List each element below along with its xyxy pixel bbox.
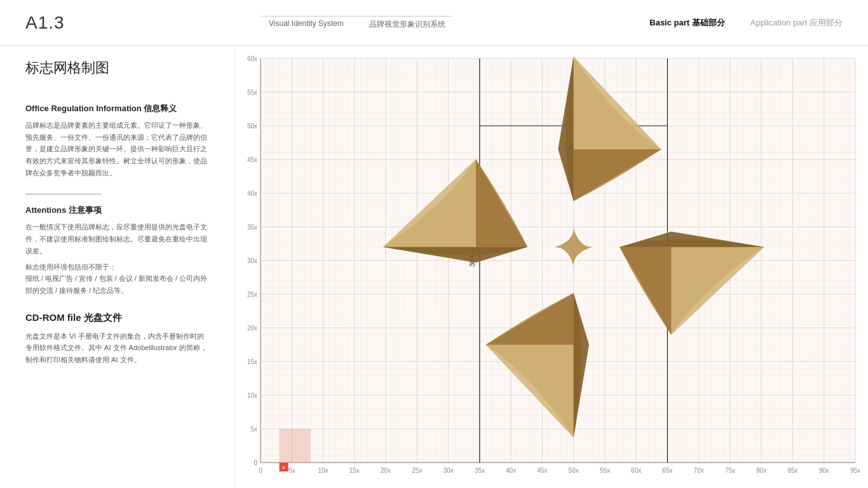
tab-application[interactable]: Application part 应用部分 (750, 17, 843, 29)
tab-basic[interactable]: Basic part 基础部分 (649, 17, 724, 29)
cdrom-body: 光盘文件是本 VI 手册电子文件的集合，内含手册制作时的专用软件格式文件。其中 … (25, 330, 209, 366)
center-labels: Visual Identity System 品牌视觉形象识别系统 (269, 19, 445, 30)
vi-label-en: Visual Identity System (269, 19, 344, 30)
nav-tabs: Basic part 基础部分 Application part 应用部分 (649, 17, 843, 29)
cdrom-heading: CD-ROM file 光盘文件 (25, 312, 209, 324)
right-panel (235, 46, 868, 488)
center-branding: Visual Identity System 品牌视觉形象识别系统 (262, 16, 452, 30)
attentions-body1: 在一般情况下使用品牌标志，应尽量使用提供的光盘电子文件，不建议使用标准制图绘制标… (25, 221, 209, 257)
attentions-body3: 报纸 / 电视广告 / 宣传 / 包装 / 会议 / 新闻发布会 / 公司内外部… (25, 273, 209, 296)
attentions-heading: Attentions 注意事项 (25, 205, 209, 216)
top-bar: A1.3 Visual Identity System 品牌视觉形象识别系统 B… (0, 0, 868, 46)
regulation-heading: Office Regulation Information 信息释义 (25, 103, 209, 114)
divider-1 (25, 194, 102, 194)
section-title: 标志网格制图 (25, 58, 209, 78)
attentions-body2: 标志使用环境包括但不限于： (25, 261, 209, 273)
main-content: 标志网格制图 Office Regulation Information 信息释… (0, 46, 868, 488)
block-attentions: Attentions 注意事项 在一般情况下使用品牌标志，应尽量使用提供的光盘电… (25, 205, 209, 296)
left-panel: 标志网格制图 Office Regulation Information 信息释… (0, 46, 235, 488)
regulation-body: 品牌标志是品牌要素的主要组成元素。它印证了一种形象、预先服务、一份文件、一份通讯… (25, 119, 209, 179)
page-code: A1.3 (25, 13, 65, 33)
block-cdrom: CD-ROM file 光盘文件 光盘文件是本 VI 手册电子文件的集合，内含手… (25, 312, 209, 366)
block-regulation: Office Regulation Information 信息释义 品牌标志是… (25, 103, 209, 179)
grid-canvas (235, 46, 868, 488)
center-divider (262, 16, 452, 17)
vi-label-cn: 品牌视觉形象识别系统 (369, 19, 445, 30)
